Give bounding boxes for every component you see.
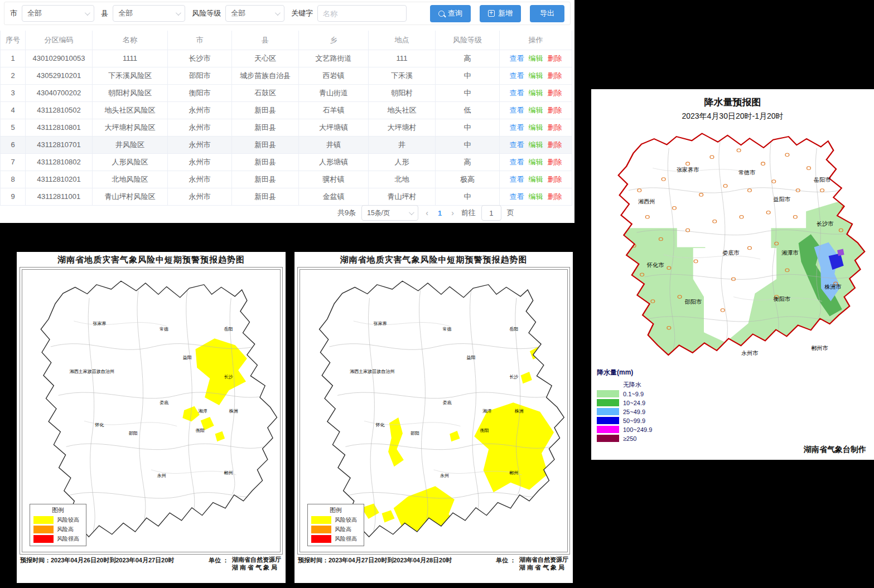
search-icon xyxy=(438,11,445,17)
col-header-name: 名称 xyxy=(93,31,168,50)
map-city-label: 益阳 xyxy=(467,354,476,360)
edit-link[interactable]: 编辑 xyxy=(529,175,543,183)
goto-page-input[interactable] xyxy=(481,205,501,221)
county-select[interactable]: 全部 xyxy=(113,5,185,22)
edit-link[interactable]: 编辑 xyxy=(529,71,543,80)
table-cell: 43040700202 xyxy=(26,84,93,101)
map-city-label: 张家界 xyxy=(374,320,387,327)
legend-swatch-green xyxy=(597,399,619,406)
export-button[interactable]: 导出 xyxy=(530,5,564,22)
delete-link[interactable]: 删除 xyxy=(548,123,562,132)
table-row[interactable]: 343040700202朝阳村风险区衡阳市石鼓区青山街道朝阳村中查看编辑删除 xyxy=(1,84,572,101)
table-cell: 43112810201 xyxy=(26,171,93,188)
map-city-label: 衡阳 xyxy=(480,427,489,434)
delete-link[interactable]: 删除 xyxy=(548,106,562,114)
forecast-time: 预报时间：2023年04月27日20时到2023年04月28日20时 xyxy=(298,556,452,565)
view-link[interactable]: 查看 xyxy=(510,175,524,183)
hunan-rain-map-svg xyxy=(599,124,868,368)
keyword-input[interactable] xyxy=(317,5,407,22)
table-row[interactable]: 243052910201下禾溪风险区邵阳市城步苗族自治县西岩镇下禾溪中查看编辑删… xyxy=(1,67,572,84)
view-link[interactable]: 查看 xyxy=(510,106,524,114)
view-link[interactable]: 查看 xyxy=(510,140,524,149)
page-size-select[interactable]: 15条/页 xyxy=(361,205,418,221)
map-city-label: 湘西土家族苗族自治州 xyxy=(70,368,114,375)
table-cell: 永州市 xyxy=(168,171,232,188)
table-row[interactable]: 743112810802人形风险区永州市新田县人形塘镇人形高查看编辑删除 xyxy=(1,153,572,171)
risk-zone-table: 序号 分区编码 名称 市 县 乡 地点 风险等级 操作 143010290100… xyxy=(0,31,572,206)
view-link[interactable]: 查看 xyxy=(510,158,524,166)
table-cell: 城步苗族自治县 xyxy=(232,67,299,84)
table-row[interactable]: 843112810201北地风险区永州市新田县骥村镇北地极高查看编辑删除 xyxy=(1,171,572,188)
add-button[interactable]: 新增 xyxy=(480,5,521,22)
rain-map-credit: 湖南省气象台制作 xyxy=(804,445,866,455)
legend-swatch-yellow xyxy=(311,516,331,524)
col-header-place: 地点 xyxy=(369,31,436,50)
trend-map-panel-2: 湖南省地质灾害气象风险中短期预警预报趋势图 图例 xyxy=(294,252,573,583)
delete-link[interactable]: 删除 xyxy=(548,175,562,183)
table-cell: 朝阳村风险区 xyxy=(93,84,168,101)
table-cell: 新田县 xyxy=(232,153,299,171)
table-row[interactable]: 643112810701井风险区永州市新田县井镇井中查看编辑删除 xyxy=(1,136,572,153)
city-filter-label: 市 xyxy=(10,8,17,18)
map-city-label: 邵阳 xyxy=(129,430,138,436)
table-cell: 低 xyxy=(436,101,500,119)
edit-link[interactable]: 编辑 xyxy=(529,192,543,201)
chevron-down-icon xyxy=(409,210,414,215)
legend-swatch-orange xyxy=(311,526,331,533)
next-page-icon[interactable]: › xyxy=(450,208,456,217)
delete-link[interactable]: 删除 xyxy=(548,140,562,149)
legend-swatch-yellow xyxy=(33,516,54,524)
current-page[interactable]: 1 xyxy=(436,209,444,217)
goto-label: 前往 xyxy=(461,208,476,218)
map-city-label: 株洲市 xyxy=(824,283,841,291)
view-link[interactable]: 查看 xyxy=(510,71,524,80)
table-cell: 大坪塘镇 xyxy=(299,119,369,136)
edit-link[interactable]: 编辑 xyxy=(529,123,543,132)
map-city-label: 株洲 xyxy=(515,408,524,414)
risk-level-filter-label: 风险等级 xyxy=(192,8,221,18)
prev-page-icon[interactable]: ‹ xyxy=(424,208,430,217)
risk-level-select-value: 全部 xyxy=(231,8,245,18)
view-link[interactable]: 查看 xyxy=(510,192,524,201)
risk-level-select[interactable]: 全部 xyxy=(225,5,284,22)
total-count: 共9条 xyxy=(337,208,356,218)
table-cell: 新田县 xyxy=(232,101,299,119)
trend-map-1-footer: 预报时间：2023年04月26日20时到2023年04月27日20时 单位 ： … xyxy=(17,555,286,572)
table-cell: 金盆镇 xyxy=(299,188,369,205)
table-row[interactable]: 943112811001青山坪村风险区永州市新田县金盆镇青山坪村中查看编辑删除 xyxy=(1,188,572,205)
rain-map-subtitle: 2023年4月30日20时-1月20时 xyxy=(591,111,874,122)
table-row[interactable]: 443112810502地头社区风险区永州市新田县石羊镇地头社区低查看编辑删除 xyxy=(1,101,572,119)
unit-label: 单位 ： xyxy=(209,556,229,572)
delete-link[interactable]: 删除 xyxy=(548,71,562,80)
map-city-label: 娄底 xyxy=(160,399,168,405)
table-cell: 朝阳村 xyxy=(369,84,436,101)
city-select[interactable]: 全部 xyxy=(22,5,94,22)
edit-link[interactable]: 编辑 xyxy=(529,158,543,166)
edit-link[interactable]: 编辑 xyxy=(529,140,543,149)
table-cell: 9 xyxy=(1,188,26,205)
map-city-label: 郴州 xyxy=(224,470,233,476)
table-cell: 2 xyxy=(1,67,26,84)
search-button[interactable]: 查询 xyxy=(430,5,471,22)
edit-link[interactable]: 编辑 xyxy=(529,54,543,62)
delete-link[interactable]: 删除 xyxy=(548,89,562,97)
table-cell: 西岩镇 xyxy=(299,67,369,84)
table-row[interactable]: 543112810801大坪塘村风险区永州市新田县大坪塘镇大坪塘村中查看编辑删除 xyxy=(1,119,572,136)
table-cell: 骥村镇 xyxy=(299,171,369,188)
table-cell: 石羊镇 xyxy=(299,101,369,119)
chevron-down-icon xyxy=(176,10,181,16)
delete-link[interactable]: 删除 xyxy=(548,158,562,166)
map-city-label: 怀化 xyxy=(376,422,385,428)
map-city-label: 湘西土家族苗族自治州 xyxy=(350,368,394,375)
view-link[interactable]: 查看 xyxy=(510,89,524,97)
row-actions: 查看编辑删除 xyxy=(500,153,572,171)
view-link[interactable]: 查看 xyxy=(510,54,524,62)
delete-link[interactable]: 删除 xyxy=(548,192,562,201)
delete-link[interactable]: 删除 xyxy=(548,54,562,62)
edit-link[interactable]: 编辑 xyxy=(529,89,543,97)
legend-title: 图例 xyxy=(311,506,360,514)
view-link[interactable]: 查看 xyxy=(510,123,524,132)
edit-link[interactable]: 编辑 xyxy=(529,106,543,114)
table-cell: 中 xyxy=(436,188,500,205)
table-row[interactable]: 143010290100531111长沙市天心区文艺路街道111高查看编辑删除 xyxy=(1,50,572,67)
